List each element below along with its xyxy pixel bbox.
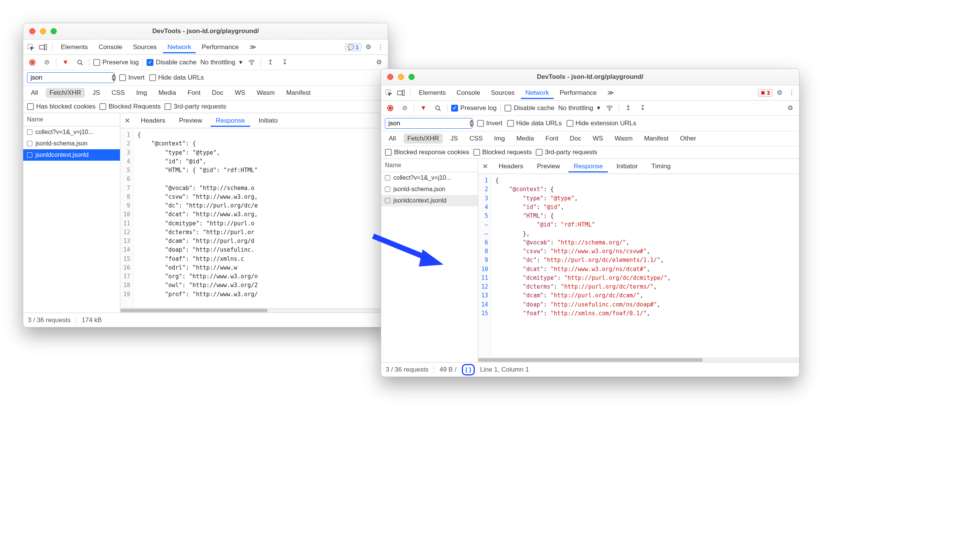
tab-performance[interactable]: Performance bbox=[197, 41, 243, 53]
filter-chip[interactable]: Media bbox=[512, 134, 538, 144]
device-icon[interactable] bbox=[38, 42, 48, 53]
close-icon[interactable] bbox=[29, 28, 35, 34]
disable-cache-checkbox[interactable]: Disable cache bbox=[504, 104, 554, 112]
close-panel-icon[interactable]: ✕ bbox=[122, 117, 132, 125]
wifi-icon[interactable] bbox=[246, 57, 257, 68]
detail-tab-preview[interactable]: Preview bbox=[174, 115, 207, 127]
wifi-icon[interactable] bbox=[604, 103, 615, 113]
hide-data-urls-checkbox[interactable]: Hide data URLs bbox=[507, 120, 562, 127]
inspect-icon[interactable] bbox=[383, 88, 394, 98]
extra-filter-checkbox[interactable]: Blocked requests bbox=[473, 148, 532, 156]
detail-tab-initiator[interactable]: Initiator bbox=[611, 160, 643, 172]
scrollbar[interactable] bbox=[120, 308, 388, 313]
pretty-print-icon[interactable]: { } bbox=[462, 364, 475, 375]
filter-chip[interactable]: Manifest bbox=[283, 88, 314, 98]
hide-ext-urls-checkbox[interactable]: Hide extension URLs bbox=[567, 120, 637, 127]
tab-elements[interactable]: Elements bbox=[56, 41, 93, 53]
errors-badge[interactable]: ✖ 3 bbox=[758, 89, 773, 97]
detail-tab-headers[interactable]: Headers bbox=[136, 115, 171, 127]
kebab-icon[interactable]: ⋮ bbox=[375, 42, 386, 53]
filter-chip[interactable]: CSS bbox=[108, 88, 129, 98]
detail-tab-preview[interactable]: Preview bbox=[531, 160, 565, 172]
filter-chip[interactable]: CSS bbox=[466, 134, 487, 144]
request-item[interactable]: collect?v=1&_v=j10... bbox=[23, 126, 120, 138]
clear-icon[interactable]: ✕ bbox=[470, 120, 474, 127]
kebab-icon[interactable]: ⋮ bbox=[786, 88, 797, 98]
clear-icon[interactable]: ⊘ bbox=[41, 57, 52, 68]
filter-chip[interactable]: All bbox=[385, 134, 400, 144]
device-icon[interactable] bbox=[396, 88, 406, 98]
filter-input[interactable]: ✕ bbox=[27, 72, 115, 83]
detail-tab-timing[interactable]: Timing bbox=[646, 160, 676, 172]
preserve-log-checkbox[interactable]: Preserve log bbox=[93, 59, 139, 66]
extra-filter-checkbox[interactable]: Blocked response cookies bbox=[385, 148, 469, 156]
filter-chip[interactable]: Img bbox=[132, 88, 151, 98]
throttling-select[interactable]: No throttling bbox=[200, 59, 235, 66]
chevron-down-icon[interactable]: ▾ bbox=[239, 58, 243, 66]
gear-icon[interactable]: ⚙ bbox=[363, 42, 373, 53]
download-icon[interactable]: ↧ bbox=[637, 103, 648, 113]
tab-console[interactable]: Console bbox=[94, 41, 127, 53]
search-icon[interactable] bbox=[433, 103, 443, 113]
request-item[interactable]: collect?v=1&_v=j10... bbox=[381, 172, 478, 184]
request-item[interactable]: jsonldcontext.jsonld bbox=[23, 149, 120, 161]
extra-filter-checkbox[interactable]: Blocked Requests bbox=[99, 103, 161, 110]
filter-chip[interactable]: Fetch/XHR bbox=[46, 88, 85, 98]
filter-chip[interactable]: Doc bbox=[566, 134, 585, 144]
tab-elements[interactable]: Elements bbox=[414, 87, 450, 99]
disable-cache-checkbox[interactable]: Disable cache bbox=[147, 59, 196, 66]
detail-tab-response[interactable]: Response bbox=[568, 160, 608, 172]
filter-chip[interactable]: JS bbox=[447, 134, 462, 144]
filter-chip[interactable]: Doc bbox=[208, 88, 227, 98]
more-tabs[interactable]: ≫ bbox=[603, 86, 619, 99]
issues-badge[interactable]: 💬 1 bbox=[345, 43, 361, 51]
filter-input[interactable]: ✕ bbox=[385, 118, 472, 129]
hide-data-urls-checkbox[interactable]: Hide data URLs bbox=[149, 74, 204, 81]
minimize-icon[interactable] bbox=[398, 74, 404, 80]
tab-sources[interactable]: Sources bbox=[128, 41, 161, 53]
inspect-icon[interactable] bbox=[26, 42, 36, 53]
extra-filter-checkbox[interactable]: Has blocked cookies bbox=[27, 103, 96, 110]
filter-icon[interactable]: ▼ bbox=[60, 57, 71, 68]
throttling-select[interactable]: No throttling bbox=[558, 104, 593, 112]
more-tabs[interactable]: ≫ bbox=[245, 41, 261, 53]
filter-chip[interactable]: Manifest bbox=[640, 134, 672, 144]
filter-chip[interactable]: Wasm bbox=[611, 134, 637, 144]
detail-tab-initiato[interactable]: Initiato bbox=[253, 115, 283, 127]
close-icon[interactable] bbox=[387, 74, 393, 80]
filter-chip[interactable]: Other bbox=[676, 134, 700, 144]
tab-console[interactable]: Console bbox=[452, 87, 485, 99]
filter-chip[interactable]: Fetch/XHR bbox=[404, 134, 443, 144]
detail-tab-response[interactable]: Response bbox=[211, 115, 251, 127]
download-icon[interactable]: ↧ bbox=[279, 57, 290, 68]
filter-chip[interactable]: JS bbox=[89, 88, 104, 98]
clear-icon[interactable]: ✕ bbox=[112, 74, 116, 81]
request-item[interactable]: jsonldcontext.jsonld bbox=[381, 195, 478, 206]
filter-chip[interactable]: WS bbox=[589, 134, 607, 144]
gear-icon[interactable]: ⚙ bbox=[373, 57, 384, 68]
upload-icon[interactable]: ↥ bbox=[265, 57, 276, 68]
filter-chip[interactable]: Wasm bbox=[253, 88, 279, 98]
chevron-down-icon[interactable]: ▾ bbox=[597, 104, 600, 112]
filter-icon[interactable]: ▼ bbox=[418, 103, 429, 113]
close-panel-icon[interactable]: ✕ bbox=[480, 162, 490, 171]
tab-network[interactable]: Network bbox=[521, 87, 554, 99]
extra-filter-checkbox[interactable]: 3rd-party requests bbox=[536, 148, 597, 156]
filter-chip[interactable]: Font bbox=[542, 134, 562, 144]
tab-performance[interactable]: Performance bbox=[555, 87, 601, 99]
request-item[interactable]: jsonld-schema.json bbox=[23, 138, 120, 149]
filter-chip[interactable]: WS bbox=[231, 88, 249, 98]
invert-checkbox[interactable]: Invert bbox=[477, 120, 503, 127]
gear-icon[interactable]: ⚙ bbox=[774, 88, 785, 98]
filter-chip[interactable]: Img bbox=[490, 134, 509, 144]
clear-icon[interactable]: ⊘ bbox=[399, 103, 410, 113]
maximize-icon[interactable] bbox=[409, 74, 415, 80]
record-icon[interactable] bbox=[27, 57, 38, 68]
upload-icon[interactable]: ↥ bbox=[623, 103, 634, 113]
invert-checkbox[interactable]: Invert bbox=[119, 74, 145, 81]
scrollbar[interactable] bbox=[478, 358, 799, 362]
filter-chip[interactable]: All bbox=[27, 88, 42, 98]
maximize-icon[interactable] bbox=[51, 28, 57, 34]
tab-sources[interactable]: Sources bbox=[486, 87, 519, 99]
preserve-log-checkbox[interactable]: Preserve log bbox=[451, 104, 496, 112]
